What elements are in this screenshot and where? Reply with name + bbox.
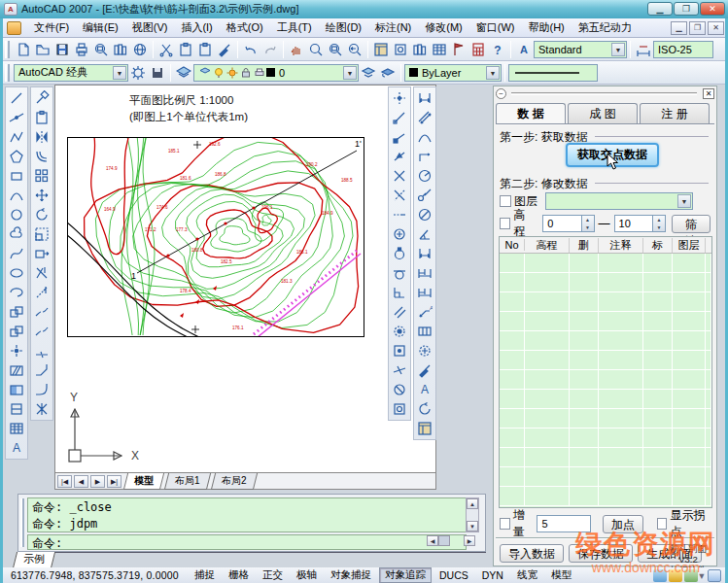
trim-button[interactable] (32, 263, 52, 283)
table-row[interactable] (500, 292, 711, 312)
copy-clip-button[interactable] (176, 40, 195, 59)
elevation-from-spinner[interactable]: 0 ▲▼ (542, 215, 594, 232)
table-row[interactable] (500, 429, 711, 448)
zoom-realtime-button[interactable] (306, 40, 326, 59)
make-block-button[interactable] (7, 322, 26, 341)
osnap-settings-button[interactable] (390, 399, 409, 419)
extend-button[interactable] (32, 283, 52, 302)
layout-tab-布局1[interactable]: 布局1 (164, 473, 211, 490)
status-toggle-极轴[interactable]: 极轴 (291, 567, 323, 583)
revision-cloud-button[interactable] (7, 224, 26, 244)
ellipse-arc-button[interactable] (7, 283, 26, 302)
color-combo[interactable]: ByLayer ▼ (404, 64, 502, 82)
text-style-icon[interactable]: A (514, 40, 534, 59)
document-tab[interactable]: 示例 (13, 552, 55, 568)
dim-tolerance-button[interactable] (415, 322, 434, 341)
hatch-button[interactable] (7, 360, 26, 380)
elevation-to-spinner[interactable]: 10 ▲▼ (614, 215, 666, 232)
stretch-button[interactable] (32, 244, 52, 263)
menu-窗口[interactable]: 窗口(W) (469, 18, 522, 37)
bulb-on-icon[interactable] (212, 66, 225, 79)
zoom-previous-button[interactable] (345, 40, 364, 59)
prev-tab-button[interactable]: ◀ (74, 475, 88, 488)
multiline-text-button[interactable]: A (7, 438, 26, 458)
dim-edit-button[interactable] (415, 360, 434, 380)
minimize-button[interactable]: ▁ (647, 2, 673, 16)
scroll-down-icon[interactable]: ▼ (467, 521, 478, 532)
panel-tab-注册[interactable]: 注 册 (640, 103, 710, 123)
chamfer-button[interactable] (32, 360, 52, 380)
layer-combo[interactable]: 0 ▼ (193, 64, 359, 82)
break-at-point-button[interactable] (32, 302, 52, 322)
menu-第五纪动力[interactable]: 第五纪动力 (572, 18, 639, 37)
file-new-icon[interactable] (7, 21, 21, 35)
cut-button[interactable] (156, 40, 176, 59)
first-tab-button[interactable]: |◀ (57, 475, 72, 488)
layout-tab-布局2[interactable]: 布局2 (210, 473, 257, 490)
dim-radius-button[interactable] (415, 166, 434, 186)
chevron-down-icon[interactable]: ▼ (486, 66, 500, 80)
dim-continue-button[interactable] (415, 283, 434, 302)
text-style-combo[interactable]: Standard ▼ (534, 41, 627, 58)
status-toggle-DYN[interactable]: DYN (476, 568, 509, 582)
arc-button[interactable] (7, 186, 26, 205)
table-row[interactable] (500, 409, 711, 429)
annotation-scale-icon[interactable] (653, 569, 667, 582)
panel-collapse-button[interactable]: − (496, 88, 506, 99)
ellipse-button[interactable] (7, 263, 26, 283)
snap-insert-button[interactable] (390, 341, 409, 360)
table-row[interactable] (500, 312, 711, 331)
point-button[interactable] (7, 341, 26, 360)
scroll-thumb[interactable] (438, 535, 450, 546)
command-grip[interactable] (20, 498, 24, 547)
snap-intersection-button[interactable] (390, 166, 409, 186)
open-button[interactable] (33, 40, 52, 59)
mirror-button[interactable] (32, 127, 52, 147)
help-button[interactable]: ? (488, 40, 507, 59)
snap-parallel-button[interactable] (390, 302, 409, 322)
status-toggle-DUCS[interactable]: DUCS (433, 568, 474, 582)
table-row[interactable] (500, 467, 711, 487)
menu-编辑[interactable]: 编辑(E) (76, 18, 125, 37)
sun-icon[interactable] (225, 66, 238, 79)
status-toggle-对象捕捉[interactable]: 对象捕捉 (325, 567, 377, 583)
undo-button[interactable] (241, 40, 260, 59)
status-toggle-栅格[interactable]: 栅格 (223, 567, 255, 583)
mdi-close-button[interactable]: ✕ (708, 21, 724, 35)
snap-midpoint-button[interactable] (390, 147, 409, 166)
snap-from-button[interactable] (390, 108, 409, 127)
maximize-button[interactable]: ❐ (674, 2, 699, 16)
snap-center-button[interactable] (390, 224, 409, 244)
dim-aligned-button[interactable] (415, 108, 434, 127)
drawing-canvas[interactable]: 平面图比例尺 1:1000 (即图上1个单位代表1m) 1 1 (54, 85, 436, 473)
tool-palettes-button[interactable] (371, 40, 391, 59)
workspace-save-icon[interactable] (148, 63, 167, 83)
table-row[interactable] (500, 370, 711, 390)
quickcalc-button[interactable] (468, 40, 488, 59)
dim-jogged-button[interactable] (415, 186, 434, 205)
erase-button[interactable] (32, 88, 52, 108)
dim-arc-length-button[interactable] (415, 127, 434, 147)
lock-icon[interactable] (669, 569, 682, 582)
polyline-button[interactable] (7, 127, 26, 147)
menu-修改[interactable]: 修改(M) (418, 18, 469, 37)
elevation-filter-checkbox[interactable] (500, 218, 510, 229)
panel-tab-成图[interactable]: 成 图 (568, 103, 638, 123)
menu-视图[interactable]: 视图(V) (125, 18, 175, 37)
snap-none-button[interactable] (390, 380, 409, 399)
workspace-settings-icon[interactable] (128, 63, 148, 83)
table-row[interactable] (500, 487, 711, 506)
circle-button[interactable] (7, 205, 26, 224)
move-button[interactable] (32, 186, 52, 205)
region-button[interactable] (7, 399, 26, 419)
chevron-down-icon[interactable]: ▼ (677, 194, 691, 208)
clean-screen-icon[interactable] (708, 569, 721, 582)
snap-tangent-button[interactable] (390, 263, 409, 283)
status-toggle-对象追踪[interactable]: 对象追踪 (379, 567, 432, 583)
increment-input[interactable]: 5 (537, 515, 590, 532)
paste-button[interactable] (195, 40, 215, 59)
snap-apparent-intersection-button[interactable] (390, 186, 409, 205)
layers-icon[interactable] (198, 66, 211, 79)
dim-ordinate-button[interactable] (415, 147, 434, 166)
mdi-restore-button[interactable]: ❐ (689, 21, 706, 35)
